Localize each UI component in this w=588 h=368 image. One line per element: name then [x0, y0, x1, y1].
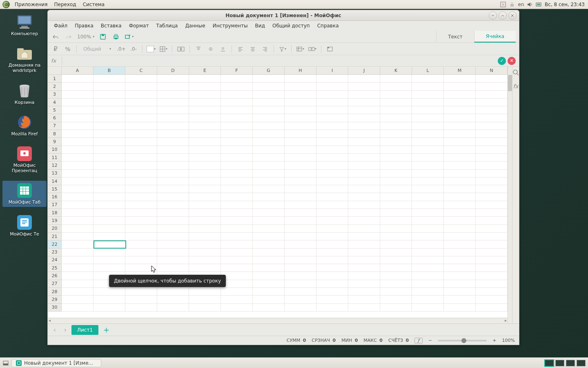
places-menu[interactable]: Переход	[51, 2, 80, 7]
cell[interactable]	[316, 162, 348, 169]
align-middle-icon[interactable]	[206, 45, 215, 54]
row-header[interactable]: 7	[48, 122, 62, 130]
cell[interactable]	[62, 225, 94, 233]
cell[interactable]	[444, 130, 476, 138]
cell[interactable]	[125, 209, 157, 217]
cell[interactable]	[189, 193, 221, 201]
cell[interactable]	[189, 304, 221, 312]
cell[interactable]	[189, 83, 221, 90]
cell[interactable]	[348, 240, 380, 248]
row-header[interactable]: 8	[48, 130, 62, 138]
cell[interactable]	[253, 264, 285, 272]
cell[interactable]	[412, 162, 444, 169]
show-desktop-icon[interactable]	[2, 360, 9, 366]
cell[interactable]	[444, 256, 476, 264]
fx-label-icon[interactable]: fx	[51, 58, 59, 64]
cell[interactable]	[125, 225, 157, 233]
cell[interactable]	[476, 296, 508, 303]
cell[interactable]	[412, 201, 444, 209]
cell[interactable]	[94, 288, 125, 296]
cell[interactable]	[412, 138, 444, 146]
row-header[interactable]: 17	[48, 201, 62, 209]
row-header[interactable]: 10	[48, 146, 62, 154]
cell[interactable]	[380, 264, 412, 272]
cell[interactable]	[348, 162, 380, 169]
cell[interactable]	[285, 170, 316, 177]
cell[interactable]	[125, 83, 157, 90]
cell[interactable]	[380, 201, 412, 209]
cell[interactable]	[412, 193, 444, 201]
close-button[interactable]	[508, 11, 517, 20]
undo-icon[interactable]	[51, 32, 60, 41]
cell[interactable]	[316, 170, 348, 177]
cell[interactable]	[380, 240, 412, 248]
cell[interactable]	[62, 170, 94, 177]
cell[interactable]	[476, 264, 508, 272]
cell[interactable]	[221, 130, 253, 138]
cell[interactable]	[285, 240, 316, 248]
desktop-icon-computer[interactable]: Компьютер	[2, 12, 47, 38]
inc-decimal-icon[interactable]: .0+	[117, 45, 126, 54]
cell[interactable]	[316, 217, 348, 224]
cell[interactable]	[157, 264, 189, 272]
cell[interactable]	[221, 256, 253, 264]
cell[interactable]	[412, 75, 444, 83]
menu-help[interactable]: Справка	[314, 23, 343, 29]
cell[interactable]	[476, 217, 508, 224]
cell[interactable]	[189, 146, 221, 154]
fx-panel-icon[interactable]: fx	[513, 83, 518, 90]
cell[interactable]	[285, 296, 316, 303]
cell[interactable]	[285, 106, 316, 114]
cell[interactable]	[62, 154, 94, 162]
cell[interactable]	[348, 280, 380, 288]
cell[interactable]	[316, 272, 348, 280]
cell[interactable]	[157, 138, 189, 146]
percent-icon[interactable]: %	[63, 45, 72, 54]
col-header[interactable]: G	[253, 67, 285, 74]
cell[interactable]	[285, 193, 316, 201]
align-bottom-icon[interactable]	[218, 45, 227, 54]
cell[interactable]	[125, 177, 157, 185]
cell[interactable]	[62, 240, 94, 248]
cell[interactable]	[476, 256, 508, 264]
menu-share[interactable]: Общий доступ	[269, 23, 314, 29]
cell[interactable]	[476, 193, 508, 201]
cell[interactable]	[94, 296, 125, 303]
cell[interactable]	[285, 209, 316, 217]
cell[interactable]	[157, 122, 189, 130]
formula-cancel-button[interactable]: ✕	[508, 57, 516, 65]
cell[interactable]	[476, 106, 508, 114]
cell[interactable]	[412, 154, 444, 162]
desktop-icon-home[interactable]: Домашняя па wndrlstprk	[2, 44, 47, 75]
cell[interactable]	[157, 225, 189, 233]
cell[interactable]	[221, 240, 253, 248]
cell[interactable]	[253, 162, 285, 169]
menu-insert[interactable]: Вставка	[97, 23, 125, 29]
cell[interactable]	[476, 146, 508, 154]
cell[interactable]	[348, 99, 380, 106]
cell[interactable]	[476, 225, 508, 233]
cell[interactable]	[412, 225, 444, 233]
cell[interactable]	[348, 130, 380, 138]
cell[interactable]	[125, 114, 157, 122]
col-header[interactable]: K	[380, 67, 412, 74]
cell[interactable]	[380, 162, 412, 169]
cell[interactable]	[221, 225, 253, 233]
row-header[interactable]: 22	[48, 240, 62, 248]
cell[interactable]	[94, 240, 125, 248]
cell[interactable]	[444, 193, 476, 201]
cell[interactable]	[125, 75, 157, 83]
cell[interactable]	[380, 122, 412, 130]
cell[interactable]	[253, 146, 285, 154]
cell[interactable]	[348, 122, 380, 130]
cell[interactable]	[476, 240, 508, 248]
cell[interactable]	[316, 91, 348, 99]
menu-edit[interactable]: Правка	[71, 23, 97, 29]
cell[interactable]	[94, 170, 125, 177]
cell[interactable]	[253, 170, 285, 177]
cell[interactable]	[94, 217, 125, 224]
cell[interactable]	[221, 170, 253, 177]
cell[interactable]	[285, 162, 316, 169]
cell[interactable]	[62, 288, 94, 296]
col-header[interactable]: I	[316, 67, 348, 74]
